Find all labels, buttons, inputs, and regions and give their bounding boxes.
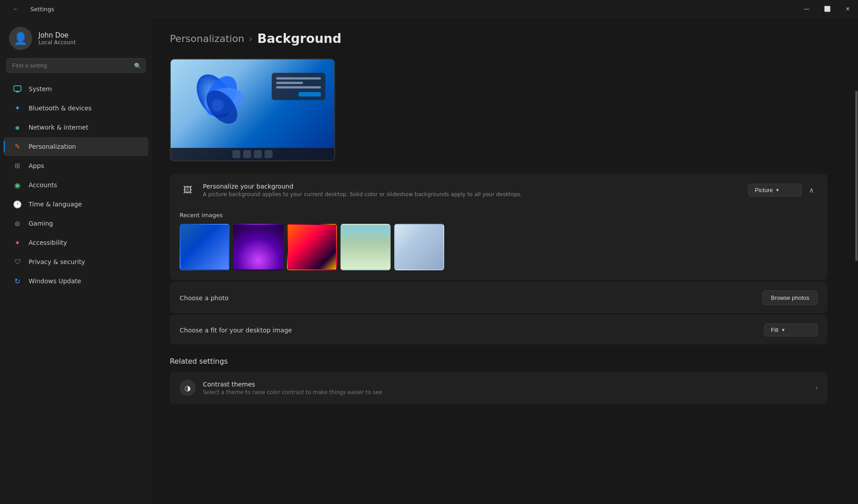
preview-card-line-3 <box>276 86 321 88</box>
fit-dropdown-chevron-icon: ▾ <box>782 327 785 333</box>
user-name: John Doe <box>38 31 76 39</box>
sidebar-item-label-update: Windows Update <box>29 277 81 285</box>
sidebar-item-label-time: Time & language <box>29 201 82 208</box>
breadcrumb-current: Background <box>257 31 341 46</box>
sidebar-item-label-accessibility: Accessibility <box>29 239 67 246</box>
preview-card-button <box>299 92 321 97</box>
time-icon: 🕐 <box>13 199 22 209</box>
sidebar-item-label-personalization: Personalization <box>29 143 76 150</box>
recent-images-grid <box>180 224 818 270</box>
choose-photo-row: Choose a photo Browse photos <box>170 282 828 313</box>
accounts-icon: ◉ <box>13 180 22 190</box>
dropdown-chevron-icon: ▾ <box>776 187 779 193</box>
maximize-button[interactable]: ⬜ <box>817 0 837 18</box>
user-section[interactable]: 👤 John Doe Local Account <box>0 22 152 58</box>
apps-icon: ⊞ <box>13 161 22 171</box>
recent-images-label: Recent images <box>180 205 818 224</box>
personalize-content: Personalize your background A picture ba… <box>203 183 741 197</box>
sidebar-item-gaming[interactable]: ⊛ Gaming <box>4 214 148 233</box>
preview-card-line-2 <box>276 82 303 84</box>
personalize-icon: 🖼 <box>180 182 196 198</box>
user-info: John Doe Local Account <box>38 31 76 46</box>
preview-card-lines <box>276 77 321 88</box>
thumbnail-4[interactable] <box>341 224 391 270</box>
thumbnail-3[interactable] <box>287 224 337 270</box>
sidebar-item-bluetooth[interactable]: ✦ Bluetooth & devices <box>4 99 148 118</box>
preview-card-line-1 <box>276 77 321 80</box>
sidebar-item-system[interactable]: System <box>4 80 148 98</box>
close-button[interactable]: ✕ <box>837 0 858 18</box>
breadcrumb-parent[interactable]: Personalization <box>170 33 244 44</box>
main-content: Personalization › Background <box>152 18 854 504</box>
minimize-button[interactable]: — <box>796 0 817 18</box>
gaming-icon: ⊛ <box>13 218 22 228</box>
expand-section-button[interactable]: ∧ <box>805 184 818 196</box>
sidebar-item-personalization[interactable]: ✎ Personalization <box>4 137 148 156</box>
taskbar-dot-4 <box>265 150 273 158</box>
search-input[interactable] <box>6 58 146 73</box>
breadcrumb: Personalization › Background <box>170 31 828 46</box>
svg-point-6 <box>212 99 224 111</box>
contrast-themes-desc: Select a theme to raise color contrast t… <box>203 389 808 395</box>
back-button[interactable]: ← <box>5 0 26 18</box>
personalize-title: Personalize your background <box>203 183 741 190</box>
related-settings-card[interactable]: ◑ Contrast themes Select a theme to rais… <box>170 372 828 404</box>
choose-fit-row: Choose a fit for your desktop image Fill… <box>170 315 828 344</box>
background-type-dropdown[interactable]: Picture ▾ <box>748 184 802 197</box>
chevron-right-icon: › <box>815 384 818 391</box>
thumbnail-5[interactable] <box>394 224 444 270</box>
bluetooth-icon: ✦ <box>13 103 22 113</box>
personalize-action: Picture ▾ ∧ <box>748 184 818 197</box>
scrollbar-thumb[interactable] <box>855 91 858 261</box>
preview-flower-icon <box>184 68 251 135</box>
system-icon <box>13 84 22 94</box>
sidebar-item-accounts[interactable]: ◉ Accounts <box>4 176 148 194</box>
network-icon: ◈ <box>13 122 22 132</box>
fit-type-label: Fill <box>771 327 778 333</box>
browse-photos-button[interactable]: Browse photos <box>762 290 818 305</box>
taskbar-dot-2 <box>243 150 251 158</box>
titlebar: ← Settings — ⬜ ✕ <box>0 0 858 18</box>
accessibility-icon: ✦ <box>13 238 22 248</box>
sidebar-item-privacy[interactable]: 🛡 Privacy & security <box>4 252 148 271</box>
contrast-themes-icon: ◑ <box>180 380 196 396</box>
scrollbar-track[interactable] <box>854 18 858 504</box>
taskbar-dot-3 <box>254 150 262 158</box>
choose-photo-label: Choose a photo <box>180 294 762 302</box>
background-type-label: Picture <box>755 187 773 193</box>
sidebar-item-accessibility[interactable]: ✦ Accessibility <box>4 233 148 252</box>
sidebar-item-label-bluetooth: Bluetooth & devices <box>29 105 92 112</box>
privacy-icon: 🛡 <box>13 257 22 267</box>
sidebar-item-label-gaming: Gaming <box>29 220 53 227</box>
sidebar-item-label-system: System <box>29 85 52 92</box>
personalize-row: 🖼 Personalize your background A picture … <box>170 174 828 206</box>
taskbar-dot-1 <box>232 150 240 158</box>
svg-rect-0 <box>14 86 21 91</box>
thumbnail-2[interactable] <box>233 224 283 270</box>
personalize-background-card: 🖼 Personalize your background A picture … <box>170 174 828 280</box>
fit-type-dropdown[interactable]: Fill ▾ <box>764 323 818 336</box>
titlebar-left: ← Settings <box>5 0 54 18</box>
sidebar-item-apps[interactable]: ⊞ Apps <box>4 156 148 175</box>
breadcrumb-separator: › <box>249 33 253 44</box>
avatar: 👤 <box>9 27 32 50</box>
sidebar-item-label-accounts: Accounts <box>29 181 57 189</box>
sidebar-item-time[interactable]: 🕐 Time & language <box>4 195 148 214</box>
sidebar-item-network[interactable]: ◈ Network & internet <box>4 118 148 137</box>
sidebar-item-update[interactable]: ↻ Windows Update <box>4 272 148 290</box>
personalization-icon: ✎ <box>13 142 22 151</box>
personalize-desc: A picture background applies to your cur… <box>203 191 741 197</box>
preview-card <box>272 73 325 100</box>
choose-photo-card: Choose a photo Browse photos <box>170 282 828 313</box>
thumbnail-1[interactable] <box>180 224 230 270</box>
sidebar-nav: System ✦ Bluetooth & devices ◈ Network &… <box>0 79 152 291</box>
desktop-preview <box>170 59 335 161</box>
sidebar-item-label-network: Network & internet <box>29 124 88 131</box>
expand-chevron-icon: ∧ <box>809 186 814 194</box>
recent-images-section: Recent images <box>170 205 828 280</box>
update-icon: ↻ <box>13 276 22 286</box>
contrast-themes-title: Contrast themes <box>203 381 808 388</box>
window-controls: — ⬜ ✕ <box>796 0 858 18</box>
choose-fit-card: Choose a fit for your desktop image Fill… <box>170 315 828 344</box>
sidebar-item-label-privacy: Privacy & security <box>29 258 85 265</box>
